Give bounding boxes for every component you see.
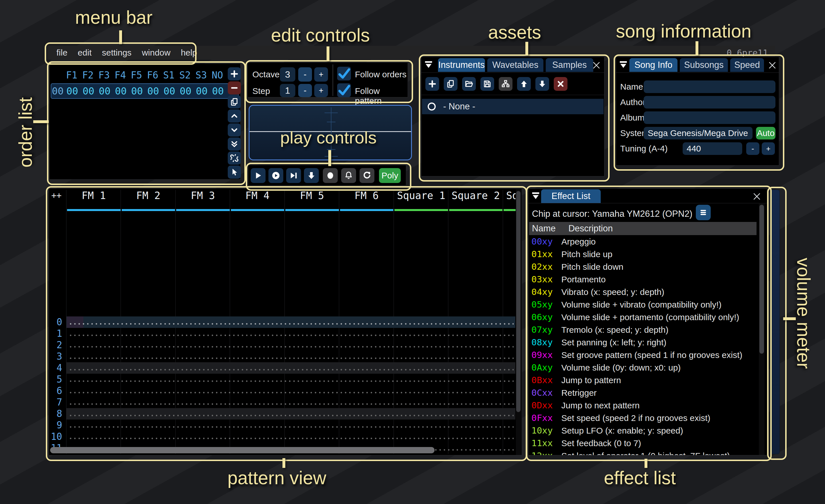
channel-header[interactable]: FM 6: [340, 189, 394, 211]
order-column-header[interactable]: F1: [64, 70, 80, 81]
close-icon[interactable]: [767, 61, 777, 70]
effect-table-header[interactable]: Name Description: [529, 222, 757, 235]
asset-save-button[interactable]: [480, 77, 494, 91]
effect-row[interactable]: 0Axy Volume slide (0y: down; x0: up): [529, 361, 758, 374]
menu-item[interactable]: settings: [97, 48, 137, 58]
order-add-button[interactable]: [228, 67, 241, 80]
effect-row[interactable]: 12xx Set level of operator 1 (0 highest,…: [529, 449, 758, 455]
tuning-field[interactable]: 440: [683, 142, 742, 155]
play-button[interactable]: [251, 168, 266, 183]
effect-scrollbar-handle[interactable]: [759, 205, 764, 354]
order-column-header[interactable]: F4: [112, 70, 129, 81]
pattern-row[interactable]: 3: [49, 351, 522, 362]
order-move-up-button[interactable]: [228, 109, 241, 122]
order-row-selected[interactable]: 00 00000000000000000000: [51, 83, 239, 99]
order-cell[interactable]: 00: [64, 85, 80, 97]
order-move-to-end-button[interactable]: [228, 138, 241, 151]
order-column-header[interactable]: NO: [209, 70, 226, 81]
order-cell[interactable]: 00: [129, 85, 145, 97]
follow-pattern-checkbox[interactable]: [337, 83, 351, 97]
close-icon[interactable]: [752, 191, 762, 201]
asset-move-down-button[interactable]: [535, 77, 549, 91]
collapse-icon[interactable]: [531, 191, 540, 200]
assets-tab[interactable]: Instruments: [438, 58, 485, 72]
octave-increase-button[interactable]: +: [314, 67, 328, 82]
album-field[interactable]: [644, 111, 775, 124]
channel-header[interactable]: Square 3: [503, 189, 516, 211]
octave-value[interactable]: 3: [280, 67, 295, 82]
asset-duplicate-button[interactable]: [444, 77, 457, 91]
repeat-button[interactable]: [360, 168, 374, 183]
follow-orders-checkbox[interactable]: [337, 67, 351, 80]
effect-row[interactable]: 05xy Volume slide + vibrato (compatibili…: [529, 298, 758, 311]
poly-button[interactable]: Poly: [379, 168, 401, 183]
system-select[interactable]: Sega Genesis/Mega Drive: [644, 127, 753, 140]
step-row-button[interactable]: [304, 168, 319, 183]
order-cell[interactable]: 00: [145, 85, 162, 97]
order-column-header[interactable]: F3: [96, 70, 112, 81]
pattern-corner-button[interactable]: ++: [51, 190, 62, 200]
order-column-header[interactable]: S1: [161, 70, 177, 81]
order-column-header[interactable]: S2: [177, 70, 194, 81]
channel-header[interactable]: Square 2: [449, 189, 503, 211]
metronome-button[interactable]: [341, 168, 356, 183]
effect-row[interactable]: 10xy Setup LFO (x: enable; y: speed): [529, 424, 758, 437]
effect-list-menu-button[interactable]: [696, 205, 711, 220]
song-info-tab[interactable]: Subsongs: [680, 58, 728, 72]
pattern-row[interactable]: 2: [49, 339, 522, 351]
assets-tab[interactable]: Samples: [546, 58, 593, 72]
effect-row[interactable]: 0Bxx Jump to pattern: [529, 374, 758, 386]
menu-item[interactable]: help: [175, 48, 202, 58]
collapse-icon[interactable]: [618, 61, 628, 69]
pattern-row[interactable]: 5: [49, 374, 522, 385]
effect-list-tab[interactable]: Effect List: [541, 189, 601, 203]
asset-delete-button[interactable]: [554, 77, 568, 91]
channel-header[interactable]: Square 1: [394, 189, 449, 211]
tuning-increase-button[interactable]: +: [762, 142, 775, 155]
close-icon[interactable]: [592, 61, 601, 70]
song-info-tab[interactable]: Song Info: [629, 58, 677, 72]
order-cell[interactable]: 00: [210, 85, 226, 97]
effect-row[interactable]: 06xy Volume slide + portamento (compatib…: [529, 311, 758, 323]
effect-row[interactable]: 09xx Set groove pattern (speed 1 if no g…: [529, 348, 758, 361]
effect-row[interactable]: 00xy Arpeggio: [529, 235, 758, 248]
step-decrease-button[interactable]: -: [298, 84, 312, 97]
order-duplicate-button[interactable]: [228, 95, 241, 108]
channel-header[interactable]: FM 5: [285, 189, 340, 211]
pattern-row[interactable]: 4: [49, 362, 522, 374]
pattern-hscrollbar-handle[interactable]: [50, 447, 435, 453]
order-cell[interactable]: 00: [96, 85, 113, 97]
system-auto-button[interactable]: Auto: [756, 127, 775, 140]
channel-header[interactable]: FM 2: [121, 189, 176, 211]
name-field[interactable]: [644, 80, 775, 93]
effect-row[interactable]: 11xx Set feedback (0 to 7): [529, 437, 758, 449]
pattern-row[interactable]: 1: [49, 328, 522, 339]
author-field[interactable]: [644, 96, 775, 108]
order-column-header[interactable]: F5: [128, 70, 145, 81]
order-column-header[interactable]: F2: [80, 70, 96, 81]
step-increase-button[interactable]: +: [314, 84, 328, 97]
pattern-row[interactable]: 0: [49, 317, 522, 328]
order-deep-clone-button[interactable]: [228, 152, 241, 165]
channel-header[interactable]: FM 1: [66, 189, 121, 211]
effect-row[interactable]: 04xy Vibrato (x: speed; y: depth): [529, 285, 758, 298]
asset-list-item[interactable]: - None -: [422, 99, 604, 114]
asset-move-up-button[interactable]: [517, 77, 531, 91]
record-button[interactable]: [323, 168, 338, 183]
effect-row[interactable]: 07xy Tremolo (x: speed; y: depth): [529, 323, 758, 336]
effect-row[interactable]: 0Cxx Retrigger: [529, 386, 758, 399]
order-cell[interactable]: 00: [194, 85, 210, 97]
pattern-row[interactable]: 10: [49, 431, 522, 442]
order-cell[interactable]: 00: [177, 85, 194, 97]
order-column-header[interactable]: F6: [145, 70, 161, 81]
channel-header[interactable]: FM 3: [175, 189, 230, 211]
asset-tree-button[interactable]: [499, 77, 513, 91]
collapse-icon[interactable]: [424, 61, 433, 69]
effect-row[interactable]: 02xx Pitch slide down: [529, 260, 758, 273]
follow-orders-label[interactable]: Follow orders: [355, 70, 406, 79]
pattern-row[interactable]: 8: [49, 408, 522, 420]
assets-tab[interactable]: Wavetables: [487, 58, 543, 72]
tuning-decrease-button[interactable]: -: [746, 142, 759, 155]
follow-pattern-label[interactable]: Follow pattern: [355, 86, 407, 106]
pattern-row[interactable]: 9: [49, 420, 522, 431]
